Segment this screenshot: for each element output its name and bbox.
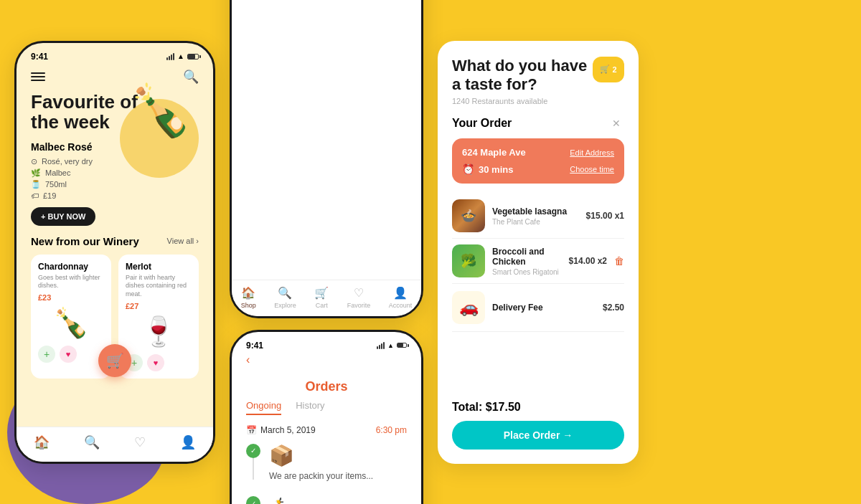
main-scene: 9:41 ▲ <box>14 14 847 490</box>
status-icons-3: ▲ <box>377 341 407 351</box>
status-bar-1: 9:41 ▲ <box>17 43 213 65</box>
card-name-1: Merlot <box>126 262 192 272</box>
nav-favorites[interactable]: ♡ <box>134 434 146 450</box>
step-content-1: 📦 We are packin your items... <box>269 444 373 497</box>
nav2-cart[interactable]: 🛒 Cart <box>314 286 329 309</box>
time-info: ⏰ 30 mins <box>462 163 513 175</box>
nav-home[interactable]: 🏠 <box>34 434 50 450</box>
step-content-2: 🛵 Your order is delivering to your locat… <box>269 496 407 504</box>
step-line-1 <box>253 458 254 480</box>
wine-bottle-image: 🍾 <box>129 81 192 140</box>
delivery-row: 🚗 Delivery Fee $2.50 <box>452 284 624 332</box>
cart-badge[interactable]: 🛒 2 <box>593 57 624 82</box>
hero-section: 🍾 Favourite of the week Malbec Rosé ⊙ Ro… <box>17 92 213 214</box>
middle-phones: 📦 Your order is received. 🏠 Shop 🔍 <box>230 0 423 504</box>
your-order-title: Your Order <box>452 117 512 130</box>
address-text: 624 Maple Ave <box>462 147 526 158</box>
card-actions-0: + ♥ <box>38 346 104 363</box>
favorite-icon-0[interactable]: ♥ <box>60 346 77 363</box>
back-arrow[interactable]: ‹ <box>232 353 421 366</box>
add-to-cart-icon-0[interactable]: + <box>38 346 55 363</box>
total-label: Total: $17.50 <box>452 401 521 414</box>
item-name-1: Broccoli and Chicken <box>492 247 562 267</box>
panel-subtitle: 1240 Restaraunts available <box>452 97 624 105</box>
delete-item-button-1[interactable]: 🗑 <box>614 255 624 267</box>
step-indicator-1: ✓ <box>246 444 260 480</box>
wine-grape: Malbec <box>45 168 70 177</box>
bottle-icon: 🫙 <box>31 180 41 189</box>
card-price-0: £23 <box>38 293 104 302</box>
nav2-favorite[interactable]: ♡ Favorite <box>347 286 371 309</box>
your-order-header: Your Order ✕ <box>452 115 624 131</box>
address-card: 624 Maple Ave Edit Address ⏰ 30 mins Cho… <box>452 138 624 184</box>
card-add-fav-1: + ♥ <box>126 354 164 371</box>
time-1: 9:41 <box>31 52 48 62</box>
wine-type: Rosé, very dry <box>42 157 93 166</box>
total-row: Total: $17.50 <box>452 392 624 421</box>
favorite-icon-1[interactable]: ♥ <box>147 354 164 371</box>
step-indicator-2: ✓ <box>246 496 260 504</box>
status-icons-1: ▲ <box>166 52 199 60</box>
card-desc-1: Pair it with hearty dishes containing re… <box>126 274 192 299</box>
wine-name: Malbec Rosé <box>31 141 199 153</box>
card-price-1: £27 <box>126 302 192 310</box>
card-name-0: Chardonnay <box>38 262 104 272</box>
wine-volume: 750ml <box>45 180 67 189</box>
order-item-1: 🥦 Broccoli and Chicken Smart Ones Rigato… <box>452 239 624 284</box>
order-items: 🍲 Vegetable lasagna The Plant Cafe $15.0… <box>452 194 624 391</box>
item-img-1: 🥦 <box>452 244 485 277</box>
card-img-1: 🍷 <box>126 315 192 348</box>
order-date: 📅 March 5, 2019 <box>246 425 316 435</box>
nav2-shop[interactable]: 🏠 Shop <box>241 286 256 309</box>
time-text: 30 mins <box>479 164 513 175</box>
view-all-link[interactable]: View all › <box>167 237 199 245</box>
delivery-info: Delivery Fee <box>492 303 596 313</box>
calendar-icon: 📅 <box>246 425 257 435</box>
panel-header: What do you have a taste for? 🛒 2 <box>452 57 624 95</box>
item-info-1: Broccoli and Chicken Smart Ones Rigatoni <box>492 247 562 276</box>
step-text-1: We are packin your items... <box>269 470 373 482</box>
tab-ongoing[interactable]: Ongoing <box>246 400 281 415</box>
cart-fab-button[interactable]: 🛒 <box>98 344 131 377</box>
step-icon-1: 📦 <box>269 444 373 467</box>
section-title: New from our Winery <box>31 235 139 247</box>
step-2: ✓ 🛵 Your order is delivering to your loc… <box>246 496 407 504</box>
item-info-0: Vegetable lasagna The Plant Cafe <box>492 206 579 226</box>
menu-icon[interactable] <box>31 72 45 81</box>
wine-details: Malbec Rosé ⊙ Rosé, very dry 🌿 Malbec 🫙 … <box>31 141 199 226</box>
order-item-0: 🍲 Vegetable lasagna The Plant Cafe $15.0… <box>452 194 624 239</box>
nav-search[interactable]: 🔍 <box>84 434 100 450</box>
time-row: ⏰ 30 mins Choose time <box>462 163 614 175</box>
step-dot-1: ✓ <box>246 444 260 458</box>
battery-icon <box>187 54 199 60</box>
edit-address-link[interactable]: Edit Address <box>570 148 614 157</box>
order-date-row: 📅 March 5, 2019 6:30 pm <box>232 425 421 435</box>
nav2-explore[interactable]: 🔍 Explore <box>274 286 296 309</box>
item-name-0: Vegetable lasagna <box>492 206 579 217</box>
nav-profile[interactable]: 👤 <box>180 434 196 450</box>
place-order-button[interactable]: Place Order → <box>452 421 624 450</box>
step-1: ✓ 📦 We are packin your items... <box>246 444 407 497</box>
wine-price: £19 <box>43 191 56 200</box>
orders-tabs: Ongoing History <box>232 400 421 415</box>
address-row: 624 Maple Ave Edit Address <box>462 147 614 158</box>
buy-now-button[interactable]: + BUY NOW <box>31 207 95 226</box>
signal-3 <box>377 342 385 349</box>
bottom-nav-2: 🏠 Shop 🔍 Explore 🛒 Cart ♡ Favorite <box>232 280 421 316</box>
card-img-0: 🍾 <box>38 306 104 340</box>
item-price-1: $14.00 x2 <box>569 256 607 266</box>
time-3: 9:41 <box>246 341 263 351</box>
grape-icon: ⊙ <box>31 157 37 166</box>
step-icon-2: 🛵 <box>269 496 407 504</box>
item-restaurant-1: Smart Ones Rigatoni <box>492 268 562 276</box>
choose-time-link[interactable]: Choose time <box>570 165 614 173</box>
nav2-account[interactable]: 👤 Account <box>389 286 413 309</box>
item-restaurant-0: The Plant Cafe <box>492 218 579 226</box>
close-button[interactable]: ✕ <box>608 115 624 131</box>
card-add-fav-0: + ♥ <box>38 346 77 363</box>
order-panel: What do you have a taste for? 🛒 2 1240 R… <box>438 41 639 464</box>
tab-history[interactable]: History <box>296 400 324 415</box>
delivery-price: $2.50 <box>603 303 624 313</box>
clock-icon: ⏰ <box>462 163 474 175</box>
phone-orders-list: 9:41 ▲ ‹ <box>230 330 423 505</box>
